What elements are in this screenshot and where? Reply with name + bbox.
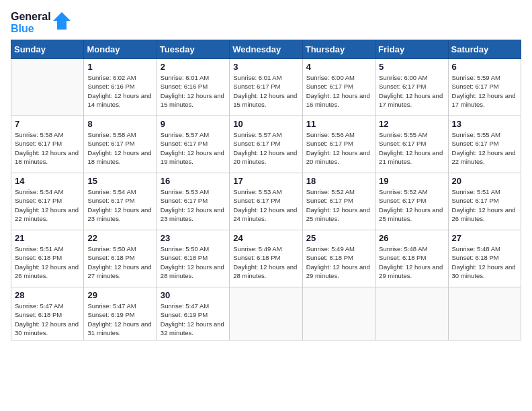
day-number: 5 — [379, 62, 444, 72]
weekday-header-wednesday: Wednesday — [230, 40, 302, 59]
calendar-cell: 19Sunrise: 5:52 AMSunset: 6:17 PMDayligh… — [375, 173, 448, 230]
day-info: Sunrise: 5:55 AMSunset: 6:17 PMDaylight:… — [379, 130, 444, 166]
logo-blue: Blue — [11, 23, 51, 35]
day-number: 29 — [87, 290, 152, 300]
logo-bird-icon — [53, 12, 71, 34]
weekday-header-thursday: Thursday — [302, 40, 375, 59]
calendar-cell: 22Sunrise: 5:50 AMSunset: 6:18 PMDayligh… — [84, 230, 157, 287]
calendar-cell: 15Sunrise: 5:54 AMSunset: 6:17 PMDayligh… — [84, 173, 157, 230]
calendar-cell: 28Sunrise: 5:47 AMSunset: 6:18 PMDayligh… — [11, 287, 84, 340]
day-number: 17 — [233, 176, 298, 186]
day-info: Sunrise: 5:54 AMSunset: 6:17 PMDaylight:… — [15, 187, 80, 223]
day-number: 6 — [452, 62, 517, 72]
svg-marker-0 — [53, 12, 71, 30]
calendar-cell: 16Sunrise: 5:53 AMSunset: 6:17 PMDayligh… — [157, 173, 229, 230]
day-info: Sunrise: 5:55 AMSunset: 6:17 PMDaylight:… — [452, 130, 517, 166]
day-number: 28 — [15, 290, 80, 300]
calendar-cell: 3Sunrise: 6:01 AMSunset: 6:17 PMDaylight… — [230, 59, 302, 116]
calendar-cell: 14Sunrise: 5:54 AMSunset: 6:17 PMDayligh… — [11, 173, 84, 230]
calendar-cell — [11, 59, 84, 116]
calendar-cell: 9Sunrise: 5:57 AMSunset: 6:17 PMDaylight… — [157, 116, 229, 173]
day-number: 21 — [15, 233, 80, 243]
calendar-cell: 12Sunrise: 5:55 AMSunset: 6:17 PMDayligh… — [375, 116, 448, 173]
calendar-cell: 20Sunrise: 5:51 AMSunset: 6:17 PMDayligh… — [448, 173, 521, 230]
day-info: Sunrise: 5:48 AMSunset: 6:18 PMDaylight:… — [452, 244, 517, 280]
day-info: Sunrise: 5:50 AMSunset: 6:18 PMDaylight:… — [161, 244, 226, 280]
day-number: 27 — [452, 233, 517, 243]
calendar-cell: 29Sunrise: 5:47 AMSunset: 6:19 PMDayligh… — [84, 287, 157, 340]
day-info: Sunrise: 5:49 AMSunset: 6:18 PMDaylight:… — [306, 244, 371, 280]
calendar-cell: 4Sunrise: 6:00 AMSunset: 6:17 PMDaylight… — [302, 59, 375, 116]
calendar-cell: 5Sunrise: 6:00 AMSunset: 6:17 PMDaylight… — [375, 59, 448, 116]
day-number: 15 — [87, 176, 152, 186]
weekday-header-sunday: Sunday — [11, 40, 84, 59]
logo-general: General — [11, 11, 51, 23]
day-info: Sunrise: 6:00 AMSunset: 6:17 PMDaylight:… — [379, 73, 444, 109]
day-info: Sunrise: 5:47 AMSunset: 6:19 PMDaylight:… — [161, 302, 226, 337]
day-info: Sunrise: 6:02 AMSunset: 6:16 PMDaylight:… — [87, 73, 152, 109]
day-info: Sunrise: 5:49 AMSunset: 6:18 PMDaylight:… — [233, 244, 298, 280]
calendar-cell: 11Sunrise: 5:56 AMSunset: 6:17 PMDayligh… — [302, 116, 375, 173]
calendar-cell: 17Sunrise: 5:53 AMSunset: 6:17 PMDayligh… — [230, 173, 302, 230]
day-info: Sunrise: 5:53 AMSunset: 6:17 PMDaylight:… — [233, 187, 298, 223]
day-info: Sunrise: 5:51 AMSunset: 6:17 PMDaylight:… — [452, 187, 517, 223]
day-number: 4 — [306, 62, 371, 72]
day-number: 12 — [379, 119, 444, 129]
day-number: 14 — [15, 176, 80, 186]
weekday-header-friday: Friday — [375, 40, 448, 59]
day-info: Sunrise: 5:58 AMSunset: 6:17 PMDaylight:… — [87, 130, 152, 166]
calendar-cell: 7Sunrise: 5:58 AMSunset: 6:17 PMDaylight… — [11, 116, 84, 173]
day-number: 3 — [233, 62, 298, 72]
calendar-cell — [375, 287, 448, 340]
day-number: 30 — [161, 290, 226, 300]
calendar-table: SundayMondayTuesdayWednesdayThursdayFrid… — [11, 40, 521, 340]
day-number: 16 — [161, 176, 226, 186]
day-number: 11 — [306, 119, 371, 129]
day-number: 10 — [233, 119, 298, 129]
day-number: 2 — [161, 62, 226, 72]
day-number: 19 — [379, 176, 444, 186]
calendar-cell: 2Sunrise: 6:01 AMSunset: 6:16 PMDaylight… — [157, 59, 229, 116]
logo: General Blue — [11, 11, 71, 34]
calendar-cell: 30Sunrise: 5:47 AMSunset: 6:19 PMDayligh… — [157, 287, 229, 340]
day-info: Sunrise: 5:50 AMSunset: 6:18 PMDaylight:… — [87, 244, 152, 280]
day-info: Sunrise: 6:00 AMSunset: 6:17 PMDaylight:… — [306, 73, 371, 109]
weekday-header-saturday: Saturday — [448, 40, 521, 59]
day-number: 7 — [15, 119, 80, 129]
page-header: General Blue — [11, 11, 521, 34]
day-info: Sunrise: 5:47 AMSunset: 6:19 PMDaylight:… — [87, 302, 152, 337]
calendar-cell: 26Sunrise: 5:48 AMSunset: 6:18 PMDayligh… — [375, 230, 448, 287]
calendar-cell: 27Sunrise: 5:48 AMSunset: 6:18 PMDayligh… — [448, 230, 521, 287]
calendar-cell: 24Sunrise: 5:49 AMSunset: 6:18 PMDayligh… — [230, 230, 302, 287]
day-info: Sunrise: 6:01 AMSunset: 6:16 PMDaylight:… — [161, 73, 226, 109]
day-info: Sunrise: 5:53 AMSunset: 6:17 PMDaylight:… — [161, 187, 226, 223]
day-info: Sunrise: 5:51 AMSunset: 6:18 PMDaylight:… — [15, 244, 80, 280]
day-info: Sunrise: 5:48 AMSunset: 6:18 PMDaylight:… — [379, 244, 444, 280]
day-number: 20 — [452, 176, 517, 186]
calendar-cell: 23Sunrise: 5:50 AMSunset: 6:18 PMDayligh… — [157, 230, 229, 287]
calendar-cell: 10Sunrise: 5:57 AMSunset: 6:17 PMDayligh… — [230, 116, 302, 173]
calendar-cell: 6Sunrise: 5:59 AMSunset: 6:17 PMDaylight… — [448, 59, 521, 116]
calendar-cell: 25Sunrise: 5:49 AMSunset: 6:18 PMDayligh… — [302, 230, 375, 287]
day-info: Sunrise: 6:01 AMSunset: 6:17 PMDaylight:… — [233, 73, 298, 109]
day-number: 23 — [161, 233, 226, 243]
calendar-cell — [448, 287, 521, 340]
day-info: Sunrise: 5:54 AMSunset: 6:17 PMDaylight:… — [87, 187, 152, 223]
day-number: 18 — [306, 176, 371, 186]
day-number: 9 — [161, 119, 226, 129]
day-number: 1 — [87, 62, 152, 72]
calendar-cell: 1Sunrise: 6:02 AMSunset: 6:16 PMDaylight… — [84, 59, 157, 116]
day-info: Sunrise: 5:57 AMSunset: 6:17 PMDaylight:… — [161, 130, 226, 166]
day-info: Sunrise: 5:57 AMSunset: 6:17 PMDaylight:… — [233, 130, 298, 166]
day-number: 22 — [87, 233, 152, 243]
calendar-cell: 13Sunrise: 5:55 AMSunset: 6:17 PMDayligh… — [448, 116, 521, 173]
calendar-cell: 18Sunrise: 5:52 AMSunset: 6:17 PMDayligh… — [302, 173, 375, 230]
day-number: 8 — [87, 119, 152, 129]
calendar-cell: 21Sunrise: 5:51 AMSunset: 6:18 PMDayligh… — [11, 230, 84, 287]
day-info: Sunrise: 5:47 AMSunset: 6:18 PMDaylight:… — [15, 302, 80, 337]
weekday-header-tuesday: Tuesday — [157, 40, 229, 59]
weekday-header-monday: Monday — [84, 40, 157, 59]
day-info: Sunrise: 5:58 AMSunset: 6:17 PMDaylight:… — [15, 130, 80, 166]
calendar-cell: 8Sunrise: 5:58 AMSunset: 6:17 PMDaylight… — [84, 116, 157, 173]
day-number: 13 — [452, 119, 517, 129]
